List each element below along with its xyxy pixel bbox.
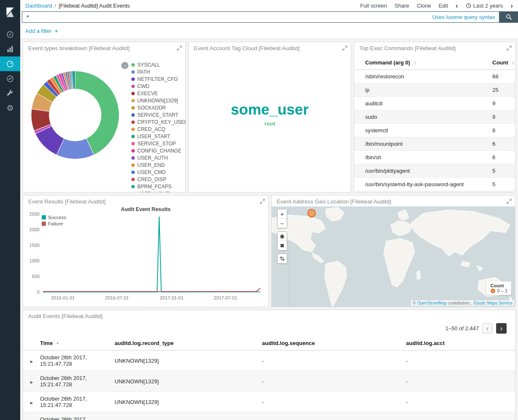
exec-table-row[interactable]: /bin/mountpoint6 (354, 137, 515, 151)
legend-label: NETFILTER_CFG (137, 76, 178, 82)
fit-bounds-button[interactable] (278, 254, 287, 263)
column-header-record-type[interactable]: auditd.log.record_type (115, 336, 262, 350)
sidebar-item-dev-tools[interactable] (0, 86, 20, 101)
legend-item[interactable]: CRED_DISP (131, 176, 185, 183)
exec-table-row[interactable]: /usr/bin/systemd-tty-ask-password-agent5 (354, 178, 515, 191)
panel-geo-location: Event Address Geo Location [Filebeat Aud… (271, 195, 515, 307)
sidebar-item-timelion[interactable] (0, 71, 20, 86)
exec-table-row[interactable]: ip25 (354, 83, 515, 97)
exec-command-cell: /usr/bin/pkttyagent (354, 164, 481, 178)
row-expand-icon[interactable]: ▶ (30, 360, 33, 364)
tag-cloud-word[interactable]: root (264, 121, 275, 127)
series-line-failure[interactable] (43, 288, 260, 292)
legend-item[interactable]: SYSCALL (131, 61, 185, 68)
time-picker[interactable]: Last 2 years (466, 3, 503, 9)
legend-item[interactable]: UNKNOWN[1329] (131, 97, 185, 104)
expand-panel-icon[interactable] (260, 199, 265, 205)
geo-point-marker[interactable] (308, 209, 315, 217)
pagination-prev-button[interactable]: ‹ (482, 323, 493, 334)
expand-panel-icon[interactable] (177, 45, 182, 52)
zoom-out-button[interactable]: − (278, 219, 287, 228)
legend-item[interactable]: CRED_ACQ (131, 126, 185, 133)
query-input[interactable] (22, 14, 428, 21)
legend-color-dot (131, 163, 135, 167)
breadcrumb-current-title: [Filebeat Auditd] Audit Events (59, 3, 130, 9)
panel-audit-events: Audit Events [Filebeat Auditd] 1–50 of 2… (23, 310, 515, 420)
column-header-sequence[interactable]: auditd.log.sequence (262, 336, 406, 350)
record-type-cell: UNKNOWN[1329] (115, 350, 262, 371)
legend-item[interactable]: SOCKADDR (131, 104, 185, 111)
lucene-syntax-link[interactable]: Uses lucene query syntax (428, 14, 499, 20)
audit-table-row[interactable]: ▶October 26th 2017, 15:21:47.728UNKNOWN[… (23, 392, 515, 412)
world-map[interactable] (272, 206, 515, 307)
sidebar-item-management[interactable]: ⚙ (0, 101, 20, 115)
full-screen-button[interactable]: Full screen (360, 3, 387, 9)
column-header-time[interactable]: Time ▼ (40, 336, 115, 350)
exec-table-row[interactable]: systemctl8 (354, 124, 515, 137)
add-filter-label: Add a filter (25, 28, 51, 34)
sidebar-item-visualize[interactable] (0, 42, 20, 56)
legend-item[interactable]: USER_END (131, 161, 185, 169)
column-header-command[interactable]: Command (arg 0) ▲▼ (354, 56, 481, 70)
openstreetmap-link[interactable]: OpenStreetMap (417, 301, 447, 305)
exec-table-row[interactable]: /sbin/restorecon68 (354, 70, 515, 83)
acct-cell: - (406, 350, 515, 371)
legend-item[interactable]: SERVICE_START (131, 111, 185, 118)
legend-item[interactable]: USER_AUTH (131, 154, 185, 161)
expand-panel-icon[interactable] (507, 199, 512, 205)
exec-table-row[interactable]: ./go-audit4 (354, 191, 515, 193)
legend-item[interactable]: BPRM_FCAPS (131, 183, 185, 190)
legend-item[interactable]: NETFILTER_CFG (131, 75, 185, 83)
audit-table-row[interactable]: ▶October 26th 2017, 15:21:47.728UNKNOWN[… (23, 371, 515, 392)
legend-item[interactable]: USER_START (131, 133, 185, 140)
expand-panel-icon[interactable] (507, 45, 512, 52)
kibana-logo-icon (5, 7, 16, 18)
tag-cloud-word[interactable]: some_user (231, 102, 309, 118)
legend-item[interactable]: PATH (131, 68, 185, 75)
exec-table-row[interactable]: auditctl9 (354, 97, 515, 110)
column-header-count[interactable]: Count ▲▼ (481, 56, 515, 70)
share-button[interactable]: Share (395, 3, 409, 9)
edit-button[interactable]: Edit (438, 3, 448, 9)
legend-item[interactable]: USER_MGMT (131, 190, 185, 193)
series-line-success[interactable] (43, 217, 260, 292)
sidebar-item-discover[interactable] (0, 27, 20, 42)
breadcrumb-dashboard-link[interactable]: Dashboard (25, 3, 52, 9)
pagination-next-button[interactable]: › (496, 323, 507, 334)
audit-table-row[interactable]: ▶October 26th 2017, 15:21:47.728UNKNOWN[… (23, 350, 515, 371)
draw-polygon-button[interactable] (278, 232, 287, 241)
legend-toggle-button[interactable]: › (121, 62, 128, 69)
exec-count-cell: 5 (481, 178, 515, 191)
clone-button[interactable]: Clone (417, 3, 431, 9)
legend-item[interactable]: CONFIG_CHANGE (131, 147, 185, 154)
draw-rectangle-button[interactable] (278, 241, 287, 250)
legend-item[interactable]: CRYPTO_KEY_USER (131, 118, 185, 126)
exec-table-row[interactable]: /bin/sh6 (354, 151, 515, 164)
column-header-acct[interactable]: auditd.log.acct (406, 336, 515, 350)
time-step-forward-icon[interactable]: › (510, 2, 513, 9)
x-axis-label: 2016-07-01 (105, 295, 129, 300)
legend-item[interactable]: SERVICE_STOP (131, 140, 185, 147)
legend-item[interactable]: USER_CMD (131, 169, 185, 176)
elastic-maps-service-link[interactable]: Elastic Maps Service (473, 301, 513, 305)
crop-icon (280, 256, 285, 261)
sidebar-item-dashboard[interactable] (0, 56, 20, 71)
search-icon (506, 14, 512, 20)
add-filter-button[interactable]: Add a filter + (25, 28, 58, 34)
time-step-back-icon[interactable]: ‹ (456, 2, 458, 9)
legend-item[interactable]: CWD (131, 83, 185, 90)
dashboard-grid: Event types breakdown [Filebeat Auditd] … (20, 39, 518, 420)
exec-table-row[interactable]: sudo9 (354, 110, 515, 124)
audit-table-body: ▶October 26th 2017, 15:21:47.728UNKNOWN[… (23, 350, 515, 420)
row-expand-icon[interactable]: ▶ (30, 380, 33, 384)
legend-toggle-icon: › (124, 63, 126, 68)
exec-table-row[interactable]: /usr/bin/pkttyagent5 (354, 164, 515, 178)
legend-item[interactable]: EXECVE (131, 90, 185, 97)
legend-color-dot (131, 70, 135, 74)
row-expand-icon[interactable]: ▶ (30, 401, 33, 405)
zoom-in-button[interactable]: + (278, 209, 287, 219)
audit-table-row[interactable]: ▶October 26th 2017, 15:21:47.728UNKNOWN[… (23, 412, 515, 420)
exec-command-cell: ./go-audit (354, 191, 481, 193)
kibana-logo[interactable] (0, 0, 20, 24)
search-button[interactable] (499, 11, 518, 23)
